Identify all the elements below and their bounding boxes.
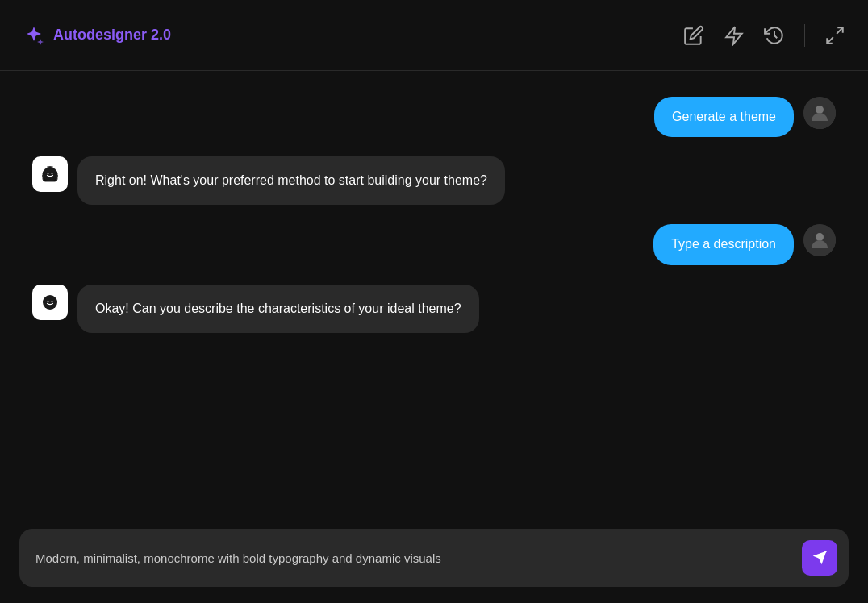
header-divider [804, 24, 805, 47]
app-header: Autodesigner 2.0 [0, 0, 868, 71]
svg-line-1 [827, 37, 833, 44]
header-logo-area: Autodesigner 2.0 [23, 24, 171, 47]
input-area [0, 516, 868, 603]
svg-point-11 [43, 295, 57, 310]
svg-point-8 [48, 173, 49, 174]
send-button[interactable] [802, 540, 837, 576]
user-avatar-2 [803, 224, 836, 256]
user-message-1: Generate a theme [32, 97, 836, 137]
edit-icon[interactable] [683, 25, 704, 46]
header-actions [683, 24, 845, 47]
user-avatar-1 [803, 97, 836, 129]
chat-input[interactable] [35, 551, 792, 565]
svg-point-13 [52, 301, 53, 302]
user-bubble-2: Type a description [653, 224, 794, 264]
svg-point-7 [43, 167, 57, 181]
chat-area: Generate a theme [0, 71, 868, 516]
svg-point-2 [816, 106, 824, 114]
expand-icon[interactable] [824, 25, 845, 46]
bot-avatar-2 [32, 285, 68, 320]
history-icon[interactable] [764, 25, 785, 46]
svg-point-12 [48, 301, 49, 302]
bot-bubble-1: Right on! What's your preferred method t… [77, 156, 505, 205]
bolt-icon[interactable] [724, 25, 745, 46]
app-title: Autodesigner 2.0 [53, 27, 171, 44]
user-message-2: Type a description [32, 224, 836, 264]
svg-line-0 [837, 27, 843, 34]
svg-point-9 [52, 173, 53, 174]
input-container [19, 529, 849, 587]
bot-message-1: Right on! What's your preferred method t… [32, 156, 836, 205]
autodesigner-logo-icon [23, 24, 45, 47]
bot-message-2: Okay! Can you describe the characteristi… [32, 285, 836, 333]
bot-bubble-2: Okay! Can you describe the characteristi… [77, 285, 479, 333]
svg-marker-15 [813, 551, 827, 565]
svg-point-10 [816, 233, 824, 241]
bot-avatar-1 [32, 156, 68, 192]
user-bubble-1: Generate a theme [654, 97, 794, 137]
